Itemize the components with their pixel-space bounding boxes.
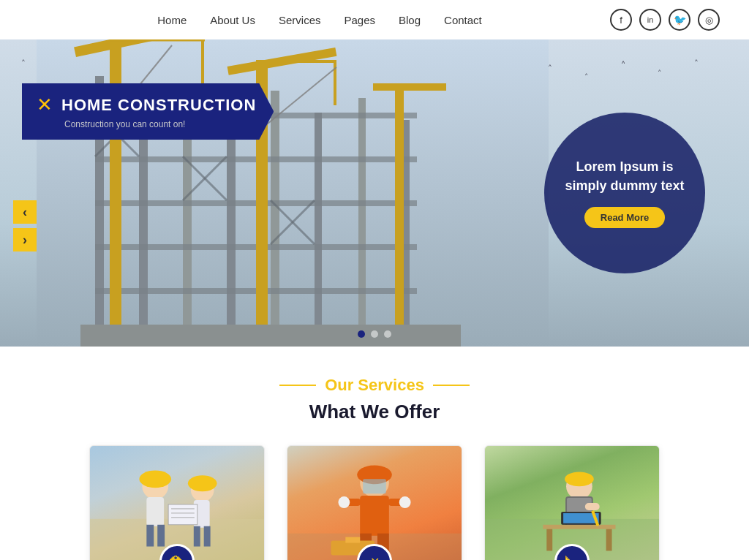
svg-rect-60: [363, 479, 386, 493]
social-icons: f in 🐦 ◎: [610, 9, 720, 31]
services-sub-heading: Our Services: [44, 376, 705, 395]
service-card-2: ✕ Lorem Ipsum: [287, 445, 462, 560]
navigation: Home About Us Services Pages Blog Contac…: [0, 0, 749, 39]
svg-rect-43: [204, 526, 211, 547]
workers-3-illustration: [485, 446, 659, 560]
svg-rect-45: [168, 504, 197, 525]
svg-rect-36: [146, 497, 164, 526]
read-more-button[interactable]: Read More: [584, 207, 665, 228]
hero-circle-text: Lorem Ipsum is simply dummy text: [559, 158, 690, 194]
card-3-image: 📐: [485, 446, 659, 560]
bird: ^: [695, 58, 698, 64]
heading-line-left: [279, 385, 316, 386]
workers-2-illustration: [287, 446, 462, 560]
svg-rect-52: [360, 496, 389, 536]
logo-icon: ✕: [37, 94, 53, 116]
svg-point-58: [399, 496, 411, 508]
slider-dots: [358, 330, 391, 338]
nav-blog[interactable]: Blog: [399, 14, 421, 26]
svg-rect-32: [80, 325, 461, 347]
services-main-heading: What We Offer: [44, 401, 705, 423]
heading-line-right: [433, 385, 470, 386]
service-card-3: 📐 Lorem Ipsum: [484, 445, 660, 560]
slider-prev-button[interactable]: ‹: [13, 200, 37, 224]
service-card-1: ⛑ Lorem Ipsum: [89, 445, 265, 560]
services-label: Our Services: [325, 376, 424, 395]
svg-point-39: [139, 470, 171, 488]
bird: ^: [585, 72, 587, 77]
linkedin-icon[interactable]: in: [639, 9, 661, 31]
next-arrow-icon: ›: [23, 232, 27, 248]
svg-rect-75: [585, 503, 600, 510]
instagram-icon[interactable]: ◎: [698, 9, 720, 31]
nav-about[interactable]: About Us: [210, 14, 255, 26]
svg-rect-38: [157, 525, 165, 547]
bird: ^: [22, 58, 25, 64]
svg-point-44: [188, 475, 217, 491]
svg-rect-42: [194, 526, 200, 547]
nav-links: Home About Us Services Pages Blog Contac…: [29, 14, 610, 26]
twitter-icon[interactable]: 🐦: [669, 9, 690, 31]
svg-rect-4: [227, 105, 236, 347]
service-cards-container: ⛑ Lorem Ipsum: [44, 445, 705, 560]
hero-text-circle: Lorem Ipsum is simply dummy text Read Mo…: [544, 113, 705, 273]
logo-top: ✕ HOME CONSTRUCTION: [37, 94, 256, 116]
svg-rect-6: [315, 113, 322, 347]
logo-subtitle: Construction you can count on!: [64, 119, 256, 129]
bird: ^: [622, 60, 625, 67]
svg-rect-29: [373, 83, 446, 91]
bird: ^: [658, 69, 660, 74]
svg-rect-28: [395, 83, 404, 347]
svg-rect-69: [543, 525, 615, 529]
svg-rect-37: [146, 525, 154, 547]
workers-1-illustration: [90, 446, 264, 560]
logo-title: HOME CONSTRUCTION: [61, 96, 256, 115]
card-1-image: ⛑: [90, 446, 264, 560]
nav-services[interactable]: Services: [279, 14, 321, 26]
svg-point-68: [565, 472, 594, 486]
svg-rect-70: [546, 529, 552, 551]
facebook-icon[interactable]: f: [610, 9, 632, 31]
slider-dot-1[interactable]: [358, 330, 365, 338]
prev-arrow-icon: ‹: [23, 205, 27, 220]
slider-dot-2[interactable]: [371, 330, 378, 338]
logo-banner: ✕ HOME CONSTRUCTION Construction you can…: [22, 83, 274, 140]
nav-home[interactable]: Home: [157, 14, 187, 26]
svg-point-56: [338, 496, 350, 508]
svg-rect-71: [606, 529, 612, 551]
nav-contact[interactable]: Contact: [444, 14, 482, 26]
bird: ^: [549, 63, 552, 69]
hero-section: ^ ^ ^ ^ ^ ^ ^ ^ ^ ^ ^ ^ ^: [0, 39, 749, 347]
services-section: Our Services What We Offer: [0, 347, 749, 560]
slider-dot-3[interactable]: [384, 330, 391, 338]
svg-rect-5: [271, 91, 279, 347]
svg-rect-62: [345, 537, 360, 543]
slider-next-button[interactable]: ›: [13, 228, 37, 251]
svg-rect-7: [358, 98, 366, 347]
card-2-image: ✕: [287, 446, 462, 560]
nav-pages[interactable]: Pages: [344, 14, 375, 26]
